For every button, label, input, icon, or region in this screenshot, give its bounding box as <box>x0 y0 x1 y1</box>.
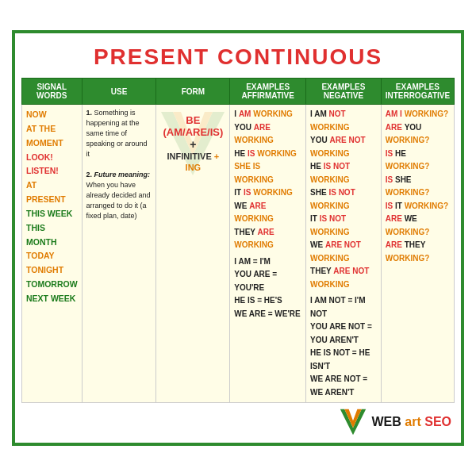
sw-listen: LISTEN! <box>26 164 78 178</box>
sw-now: NOW <box>26 108 78 122</box>
sw-today: TODAY <box>26 249 78 263</box>
page-title: PRESENT CONTINUOUS <box>21 40 455 78</box>
header-form: FORM <box>156 79 230 105</box>
sw-tonight: TONIGHT <box>26 263 78 278</box>
use-point2-label: Future meaning: <box>94 171 151 178</box>
header-signal-words: SIGNAL WORDS <box>22 79 83 105</box>
header-ex-affirmative: EXAMPLES AFFIRMATIVE <box>230 79 306 105</box>
form-plus: + <box>163 138 223 151</box>
bottom-bar: WEB art SEO <box>21 408 455 436</box>
signal-words-cell: NOW AT THE MOMENT LOOK! LISTEN! AT PRESE… <box>22 105 83 403</box>
form-be: BE (AM/ARE/IS) <box>163 114 223 138</box>
use-point2-text: When you have already decided and arrang… <box>86 181 151 220</box>
sw-look: LOOK! <box>26 151 78 165</box>
sw-at-present: AT PRESENT <box>26 178 78 207</box>
logo-icon <box>339 408 367 436</box>
examples-interrogative-cell: AM I WORKING? ARE YOU WORKING? IS HE WOR… <box>381 105 454 403</box>
logo-seo: SEO <box>424 415 451 428</box>
use-cell: 1. Something is happening at the same ti… <box>82 105 156 403</box>
logo-text: WEB art SEO <box>372 415 451 429</box>
examples-affirmative-cell: I AM WORKING YOU ARE WORKING HE IS WORKI… <box>230 105 306 403</box>
sw-next-week: NEXT WEEK <box>26 292 78 306</box>
sw-this-month: THIS MONTH <box>26 221 78 250</box>
header-ex-negative: EXAMPLES NEGATIVE <box>306 79 382 105</box>
form-infinitive: INFINITIVE + ING <box>163 151 223 173</box>
logo-web: WEB <box>372 415 401 428</box>
logo: WEB art SEO <box>339 408 451 436</box>
header-use: USE <box>82 79 156 105</box>
sw-this-week: THIS WEEK <box>26 207 78 221</box>
sw-at-the-moment: AT THE MOMENT <box>26 122 78 151</box>
use-point1-num: 1. <box>86 109 94 117</box>
form-cell: BE (AM/ARE/IS) + INFINITIVE + ING <box>156 105 230 403</box>
use-point1-text: Something is happening at the same time … <box>86 109 148 158</box>
header-ex-interrogative: EXAMPLES INTERROGATIVE <box>381 79 454 105</box>
sw-tomorrow: TOMORROW <box>26 278 78 292</box>
use-point2-num: 2. <box>86 171 94 178</box>
examples-negative-cell: I AM NOT WORKING YOU ARE NOT WORKING HE … <box>306 105 382 403</box>
logo-art: art <box>405 415 420 428</box>
